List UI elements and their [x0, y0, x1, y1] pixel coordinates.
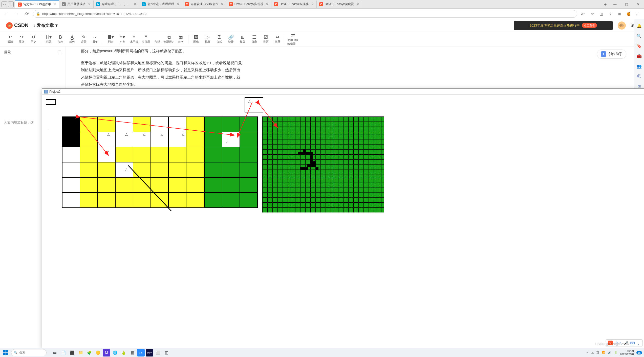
avatar[interactable]: 🐵	[618, 21, 626, 30]
tab-close-icon[interactable]: ✕	[54, 3, 56, 6]
toolbar-label: 标题	[46, 40, 52, 44]
toolbar-链接[interactable]: 🔗链接	[225, 33, 237, 45]
volume-icon[interactable]: 🔊	[608, 351, 611, 354]
toolbar-宽屏[interactable]: ⇔宽屏	[272, 33, 283, 45]
back-button[interactable]: ←	[3, 10, 11, 18]
app-icon[interactable]: ◫	[163, 349, 170, 356]
maximize-button[interactable]: ▢	[621, 0, 632, 8]
toolbar-列表[interactable]: ≣▾列表	[105, 33, 116, 45]
toolbar-标题[interactable]: H▾标题	[43, 33, 54, 45]
toolbar-背景[interactable]: ✎背景	[78, 33, 89, 45]
start-button[interactable]	[2, 349, 10, 356]
app-icon[interactable]: 🍐	[120, 349, 127, 356]
app-icon[interactable]: M	[103, 349, 110, 356]
tab-close-icon[interactable]: ✕	[221, 2, 224, 6]
zoom-icon[interactable]: zm	[137, 349, 145, 356]
favorite-icon[interactable]: ☆	[588, 10, 596, 18]
system-tray[interactable]: ＾ ☁ 英 📶 🔊 🔋 10:29 2023/12/28 15	[586, 349, 642, 355]
toolbar-资源绑定[interactable]: ⧉资源绑定	[163, 33, 175, 45]
tab-close-icon[interactable]: ✕	[356, 2, 359, 6]
address-field[interactable]: 🔒 https://mp.csdn.net/mp_blog/creation/e…	[33, 10, 577, 18]
project2-window[interactable]: Project2 ㄥ ㄥ ㄥ ㄥ ㄥ ㄥ ㄥ ㄥ ㄥ	[42, 88, 644, 348]
browser-tab[interactable]: C写文章-CSDN创作中✕	[15, 1, 59, 8]
taskbar-search[interactable]: 🔍 搜索	[11, 349, 47, 356]
shopping-icon[interactable]: 🔖	[636, 43, 642, 49]
toolbar-水平线[interactable]: ≡水平线	[128, 33, 140, 45]
read-aloud-icon[interactable]: Aᵃ	[579, 10, 587, 18]
toolbar-颜色[interactable]: A̲颜色	[67, 33, 78, 45]
publish-article-button[interactable]: ‹ 发布文章 ▾	[34, 22, 58, 28]
browser-tab[interactable]: •用户登录成功✕	[59, 1, 94, 8]
browser-tab[interactable]: b哔哩哔哩 ( ゜- ゜)つロ✕	[94, 1, 139, 8]
search-icon[interactable]: 🔍	[636, 33, 642, 39]
battery-icon[interactable]: 🔋	[614, 351, 617, 354]
toolbar-模版[interactable]: ⊞模版	[237, 33, 248, 45]
promo-banner[interactable]: 2023年度博客之星评选火热进行中 点击查看	[514, 21, 613, 30]
wifi-icon[interactable]: 📶	[602, 351, 605, 354]
browser-tab[interactable]: CDevC++ easyx实现视✕	[317, 1, 362, 8]
bell-icon[interactable]: 🔔	[636, 23, 642, 29]
extensions-icon[interactable]: ⊞	[616, 10, 623, 18]
tab-close-icon[interactable]: ✕	[88, 2, 91, 6]
app-icon[interactable]: 🧩	[85, 349, 93, 356]
minimize-button[interactable]: —	[609, 0, 621, 8]
app-icon[interactable]: 📄	[60, 349, 67, 356]
tray-chevron-icon[interactable]: ＾	[586, 351, 589, 354]
browser-tab[interactable]: CDevC++ easyx实现视✕	[271, 1, 317, 8]
tab-close-icon[interactable]: ✕	[134, 2, 136, 6]
more-icon[interactable]: ⋯	[634, 10, 641, 18]
toolbar-其他[interactable]: ⋯其他	[90, 33, 101, 45]
new-tab-button[interactable]: ＋	[602, 0, 609, 8]
tab-close-icon[interactable]: ✕	[266, 2, 269, 6]
ime-keyboard-icon[interactable]: ⌨	[630, 341, 635, 345]
browser-tab[interactable]: b创作中心 - 哔哩哔哩✕	[139, 1, 182, 8]
promo-cta-button[interactable]: 点击查看	[582, 23, 597, 28]
honey-icon[interactable]: 🍯	[625, 10, 632, 18]
toolbar-表格[interactable]: ▦表格	[175, 33, 186, 45]
toolbar-重做[interactable]: ↷重做	[16, 33, 27, 45]
clock[interactable]: 10:29 2023/12/28	[620, 349, 634, 355]
workspaces-icon[interactable]: ❐	[8, 2, 14, 7]
toolbar-目录[interactable]: ☰目录	[249, 33, 260, 45]
ime-more-icon[interactable]: ⋮	[637, 341, 640, 345]
toolbar-视频[interactable]: ▷视频	[202, 33, 213, 45]
explorer-icon[interactable]: 📁	[77, 349, 84, 356]
chrome-icon[interactable]: 🟡	[94, 349, 102, 356]
toolbar-加粗[interactable]: B加粗	[55, 33, 66, 45]
assistant-bubble[interactable]: ✦ 创作助手	[597, 50, 626, 59]
close-button[interactable]: ✕	[632, 0, 644, 8]
refresh-button[interactable]: ⟳	[23, 10, 31, 18]
people-icon[interactable]: 👥	[636, 63, 642, 69]
profile-icon[interactable]: ▭	[2, 2, 7, 7]
split-icon[interactable]: ◫	[597, 10, 605, 18]
tab-close-icon[interactable]: ✕	[311, 2, 314, 6]
lang-icon[interactable]: 英	[596, 351, 599, 354]
toolbar-历史[interactable]: ↺历史	[28, 33, 39, 45]
edge-icon[interactable]: 🌐	[111, 349, 119, 356]
browser-tab[interactable]: C内容管理-CSDN创作✕	[182, 1, 226, 8]
collections-icon[interactable]: ✧	[607, 10, 614, 18]
app-icon[interactable]: ⬜	[154, 349, 162, 356]
onedrive-icon[interactable]: ☁	[591, 351, 594, 354]
toolbar-使用 MD 编辑器[interactable]: ⇄使用 MD 编辑器	[287, 33, 298, 45]
toolbar-投票[interactable]: ☑投票	[260, 33, 271, 45]
toolbar-块引用[interactable]: ❝块引用	[140, 33, 151, 45]
tab-label: 内容管理-CSDN创作	[190, 2, 218, 6]
csdn-logo[interactable]: 🐵 CSDN	[6, 22, 29, 29]
app-icon[interactable]: ⬛	[68, 349, 76, 356]
toc-toggle-icon[interactable]: ☰	[58, 50, 61, 55]
tab-close-icon[interactable]: ✕	[177, 2, 180, 6]
office-icon[interactable]: Ⓞ	[636, 73, 642, 79]
project2-titlebar[interactable]: Project2	[42, 89, 644, 95]
notifications-badge[interactable]: 15	[636, 351, 642, 354]
toolbar-图像[interactable]: 🖼图像	[190, 33, 202, 45]
toolbar-代码[interactable]: 代码	[152, 33, 163, 45]
devcpp-icon[interactable]: DEV	[146, 349, 153, 356]
toolbar-撤消[interactable]: ↶撤消	[5, 33, 16, 45]
browser-tab[interactable]: CDevC++ easyx实现视✕	[226, 1, 272, 8]
app-icon[interactable]: ▦	[128, 349, 136, 356]
taskview-icon[interactable]: ▭	[51, 349, 59, 356]
toolbar-公式[interactable]: Σ公式	[214, 33, 225, 45]
toolbox-icon[interactable]: 🧰	[636, 53, 642, 59]
toolbar-对齐[interactable]: ≡▾对齐	[117, 33, 128, 45]
